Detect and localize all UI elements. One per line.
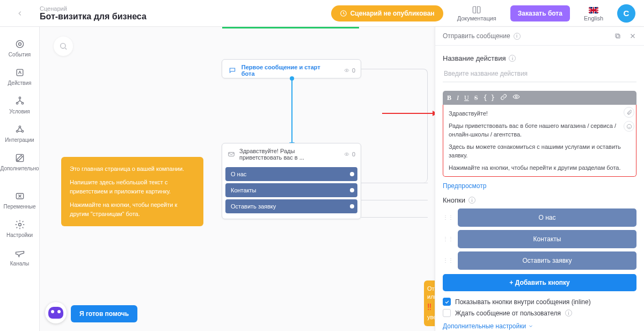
svg-point-14 <box>346 70 347 71</box>
nav-events-label: События <box>9 52 31 57</box>
connector <box>361 183 428 183</box>
flow-node-message-title: Здравствуйте! Рады приветствовать вас в … <box>239 148 334 161</box>
language-switch[interactable]: English <box>584 5 603 21</box>
wait-checkbox-label: Ждать сообщение от пользователя <box>455 310 561 317</box>
nav-conditions-label: Условия <box>9 109 30 114</box>
svg-point-2 <box>18 43 21 46</box>
flag-icon <box>589 5 598 15</box>
order-bot-button[interactable]: Заказать бота <box>510 5 570 21</box>
code-button[interactable]: { } <box>483 94 495 102</box>
flow-node-start[interactable]: Первое сообщение и старт бота 0 <box>222 59 361 78</box>
message-editor[interactable]: Здравствуйте! Рады приветствовать вас в … <box>443 105 636 177</box>
annotation-arrow <box>382 113 433 114</box>
docs-link[interactable]: Документация <box>457 5 496 21</box>
help-mascot[interactable] <box>45 302 67 323</box>
svg-rect-18 <box>616 34 619 37</box>
panel-button-request[interactable]: Оставить заявку <box>458 251 636 270</box>
flow-node-message[interactable]: Здравствуйте! Рады приветствовать вас в … <box>222 143 361 219</box>
preview-button[interactable] <box>513 93 520 103</box>
hint-line-2: Напишите здесь небольшой текст с приветс… <box>70 178 195 196</box>
progress-bar <box>222 27 359 28</box>
extra-settings-toggle[interactable]: Дополнительные настройки <box>443 322 636 330</box>
nav-settings-label: Настройки <box>6 232 33 238</box>
node-button-contacts[interactable]: Контакты <box>225 183 357 197</box>
editor-line: Рады приветствовать вас в боте нашего ма… <box>449 121 621 139</box>
properties-panel: Отправить сообщение i Название действия … <box>435 27 644 331</box>
close-icon[interactable] <box>629 32 636 40</box>
duplicate-icon[interactable] <box>614 32 621 40</box>
docs-label: Документация <box>457 15 496 21</box>
action-name-label: Название действия <box>443 54 506 62</box>
info-icon[interactable]: i <box>514 33 521 40</box>
connector <box>361 69 428 183</box>
panel-button-about[interactable]: О нас <box>458 208 636 227</box>
publish-status-label: Сценарий не опубликован <box>350 10 435 17</box>
buttons-section-label: Кнопки <box>443 196 465 204</box>
page-title-block: Сценарий Бот-визитка для бизнеса <box>40 5 147 21</box>
chevron-down-icon <box>528 323 533 329</box>
svg-point-4 <box>19 97 20 99</box>
hint-line-1: Это главная страница о вашей компании. <box>70 164 195 174</box>
envelope-icon <box>228 149 235 159</box>
views-counter: 0 <box>343 67 355 74</box>
left-nav: События Действия Условия Интеграции Допо… <box>0 27 40 331</box>
back-button[interactable] <box>0 10 40 17</box>
svg-point-5 <box>16 103 18 104</box>
info-icon[interactable]: i <box>565 310 572 316</box>
user-avatar[interactable]: C <box>617 4 635 23</box>
info-icon[interactable]: i <box>469 197 475 204</box>
svg-point-20 <box>627 124 631 128</box>
drag-handle-icon[interactable]: ⋮⋮ <box>443 238 453 241</box>
action-name-input[interactable] <box>443 67 636 82</box>
nav-conditions[interactable]: Условия <box>0 91 39 120</box>
svg-point-13 <box>61 44 65 48</box>
attach-icon[interactable] <box>624 107 634 118</box>
nav-events[interactable]: События <box>0 34 39 63</box>
nav-variables[interactable]: Переменные <box>0 186 39 215</box>
svg-point-16 <box>346 154 347 155</box>
help-button[interactable]: Я готов помочь <box>71 305 137 322</box>
drag-handle-icon[interactable]: ⋮⋮ <box>443 216 453 219</box>
strike-button[interactable]: S <box>474 94 478 102</box>
nav-integrations[interactable]: Интеграции <box>0 120 39 148</box>
svg-point-9 <box>21 131 23 132</box>
svg-point-6 <box>21 103 23 104</box>
language-label: English <box>584 15 603 21</box>
info-icon[interactable]: i <box>509 55 516 62</box>
wait-checkbox[interactable] <box>443 309 451 317</box>
order-bot-label: Заказать бота <box>518 10 562 17</box>
nav-actions[interactable]: Действия <box>0 63 39 91</box>
nav-actions-label: Действия <box>8 80 32 86</box>
nav-integrations-label: Интеграции <box>5 137 34 143</box>
node-button-about[interactable]: О нас <box>225 167 357 181</box>
preview-link[interactable]: Предпросмотр <box>443 182 486 190</box>
svg-rect-3 <box>17 69 23 76</box>
flow-node-start-title: Первое сообщение и старт бота <box>241 64 334 77</box>
panel-title: Отправить сообщение <box>443 32 510 40</box>
editor-line: Нажимайте на кнопки, чтобы перейти к дру… <box>449 163 621 172</box>
node-button-request[interactable]: Оставить заявку <box>225 199 357 213</box>
nav-additional[interactable]: Дополнительно <box>0 148 39 177</box>
inline-checkbox-label: Показывать кнопки внутри сообщения (inli… <box>455 298 591 306</box>
panel-button-contacts[interactable]: Контакты <box>458 230 636 248</box>
emoji-icon[interactable] <box>624 121 634 132</box>
add-button[interactable]: + Добавить кнопку <box>443 274 636 291</box>
nav-channels-label: Каналы <box>10 261 30 267</box>
hint-line-3: Нажимайте на кнопки, чтобы перейти к дру… <box>70 200 195 219</box>
inline-checkbox[interactable] <box>443 298 451 306</box>
editor-line: Здесь вы можете ознакомиться с нашими ус… <box>449 142 621 160</box>
italic-button[interactable]: I <box>457 94 459 102</box>
link-button[interactable] <box>500 93 507 103</box>
nav-channels[interactable]: Каналы <box>0 243 39 272</box>
bold-button[interactable]: B <box>447 94 451 102</box>
nav-variables-label: Переменные <box>3 204 35 210</box>
nav-settings[interactable]: Настройки <box>0 215 39 243</box>
book-icon <box>472 5 481 15</box>
svg-point-7 <box>19 126 20 127</box>
drag-handle-icon[interactable]: ⋮⋮ <box>443 259 453 262</box>
underline-button[interactable]: U <box>464 94 469 102</box>
canvas-search-button[interactable] <box>54 37 73 56</box>
publish-status-pill[interactable]: Сценарий не опубликован <box>331 5 443 21</box>
svg-point-19 <box>515 96 517 98</box>
avatar-letter: C <box>624 9 630 18</box>
